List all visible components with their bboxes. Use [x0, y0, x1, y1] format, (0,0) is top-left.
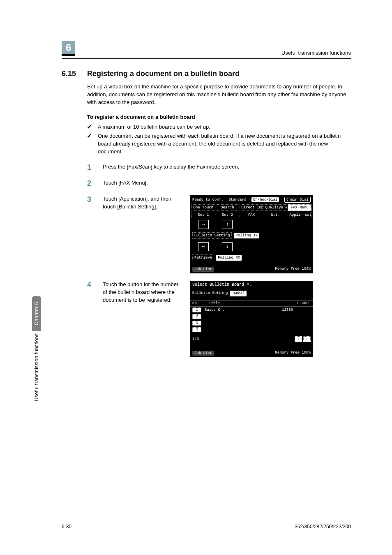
check-icon: ✔ — [87, 132, 94, 156]
tab-quality-reduction[interactable]: Quality& Reduction — [264, 204, 288, 211]
screen-title: Select Bulletin Board #. — [190, 281, 313, 289]
page-number: 6-30 — [62, 524, 71, 530]
job-list-button[interactable]: Job List — [192, 351, 214, 356]
col-title: Title — [209, 301, 282, 305]
table-row: 2 — [190, 313, 313, 320]
bulletin-setting-label: Bulletin Setting — [192, 291, 228, 295]
tab-onetouch[interactable]: One Touch — [191, 204, 215, 211]
table-row: 3 — [190, 320, 313, 326]
section-title: Registering a document on a bulletin boa… — [87, 69, 240, 78]
step-list: 1 Press the [Fax/Scan] key to display th… — [87, 163, 351, 357]
tab-set2[interactable]: Set 2 — [216, 212, 240, 218]
row-fcode: 12356 — [282, 308, 311, 312]
tab-search[interactable]: Search — [216, 204, 240, 211]
tab-application[interactable]: Appli- cation — [288, 212, 311, 218]
page-footer: 6-30 362/350/282/250/222/200 — [62, 521, 351, 530]
step-number: 4 — [87, 281, 94, 289]
row-number-button[interactable]: 1 — [192, 308, 201, 312]
polling-tx-button[interactable]: Polling TX — [233, 232, 260, 239]
polling-tx-icon: ⇡ — [222, 220, 233, 229]
check-icon: ✔ — [87, 123, 94, 131]
side-tab: Chapter 6 Useful transmission functions — [31, 296, 42, 428]
row-number-button[interactable]: 2 — [192, 314, 201, 319]
row-number-button[interactable]: 3 — [192, 321, 201, 326]
bullet-text: A maximum of 10 bulletin boards can be s… — [98, 123, 210, 131]
intro-paragraph: Set up a virtual box on the machine for … — [87, 83, 351, 106]
model-numbers: 362/350/282/250/222/200 — [295, 524, 351, 530]
page-indicator: 1/3 — [192, 337, 199, 341]
section-number: 6.15 — [62, 69, 80, 78]
sub-tab-row: Set 1 Set 2 FAX Net. Appli- cation — [190, 212, 313, 218]
col-fcode: F-CODE — [282, 301, 311, 305]
step-text: Touch [FAX Menu]. — [103, 179, 351, 187]
tab-net[interactable]: Net. — [264, 212, 288, 218]
side-tab-chapter: Chapter 6 — [32, 296, 41, 331]
retrieve-button[interactable]: Retrieve — [192, 254, 214, 261]
bullet-text: One document can be registered with each… — [98, 132, 351, 156]
step: 1 Press the [Fax/Scan] key to display th… — [87, 163, 351, 172]
job-list-button[interactable]: Job List — [192, 267, 214, 272]
step-text: Touch the button for the number of the b… — [103, 281, 181, 304]
select-bulletin-screenshot: Select Bulletin Board #. Bulletin Settin… — [190, 281, 313, 357]
page-up-button[interactable]: ↑ — [303, 336, 311, 342]
polling-rx-button[interactable]: Polling RX — [216, 254, 242, 261]
chain-dial-button[interactable]: Chain Dial — [284, 197, 311, 203]
ready-label: Ready to comm. — [192, 198, 224, 202]
running-header-title: Useful transmission functions — [281, 50, 351, 56]
memory-label: Memory Free 100% — [275, 267, 311, 272]
section-heading: 6.15 Registering a document on a bulleti… — [62, 69, 351, 78]
row-title: Sales Gr. — [205, 308, 279, 312]
page: Chapter 6 Useful transmission functions … — [0, 0, 392, 555]
running-header: 6 Useful transmission functions — [62, 41, 351, 59]
fax-menu-screenshot: Ready to comm. Standard On-hookDial Chai… — [190, 195, 313, 273]
bullet-list: ✔ A maximum of 10 bulletin boards can be… — [87, 123, 351, 156]
step-number: 3 — [87, 195, 94, 204]
onhook-dial-button[interactable]: On-hookDial — [251, 197, 279, 202]
chapter-number-box: 6 — [62, 41, 75, 56]
table-row: 1 Sales Gr. 12356 — [190, 307, 313, 313]
tab-direct-input[interactable]: Direct Input — [240, 204, 263, 211]
bulletin-icon: ⇢ — [198, 220, 209, 229]
polling-rx-icon: ⇣ — [222, 242, 233, 251]
cancel-button[interactable]: Cancel — [229, 290, 247, 297]
col-no: No. — [192, 301, 209, 305]
retrieve-icon: ⇠ — [198, 242, 209, 251]
step: 3 Touch [Application], and then touch [B… — [87, 195, 351, 273]
procedure-subheading: To register a document on a bulletin boa… — [87, 114, 351, 120]
step-number: 1 — [87, 163, 94, 172]
row-number-button[interactable]: 4 — [192, 327, 201, 332]
tab-set1[interactable]: Set 1 — [191, 212, 215, 218]
memory-label: Memory Free 100% — [275, 351, 311, 356]
step-number: 2 — [87, 179, 94, 188]
step: 2 Touch [FAX Menu]. — [87, 179, 351, 188]
side-tab-title: Useful transmission functions — [32, 331, 41, 409]
tab-fax-menu[interactable]: FAX Menu — [288, 204, 311, 211]
top-tab-row: One Touch Search Direct Input Quality& R… — [190, 204, 313, 211]
list-item: ✔ A maximum of 10 bulletin boards can be… — [87, 123, 351, 131]
tab-fax[interactable]: FAX — [240, 212, 263, 218]
step: 4 Touch the button for the number of the… — [87, 281, 351, 357]
standard-label: Standard — [228, 198, 246, 202]
list-item: ✔ One document can be registered with ea… — [87, 132, 351, 156]
bulletin-setting-button[interactable]: Bulletin Setting — [192, 232, 232, 239]
step-text: Press the [Fax/Scan] key to display the … — [103, 163, 351, 171]
page-down-button[interactable]: ↓ — [295, 336, 302, 342]
step-text: Touch [Application], and then touch [Bul… — [103, 195, 181, 211]
table-row: 4 — [190, 326, 313, 333]
